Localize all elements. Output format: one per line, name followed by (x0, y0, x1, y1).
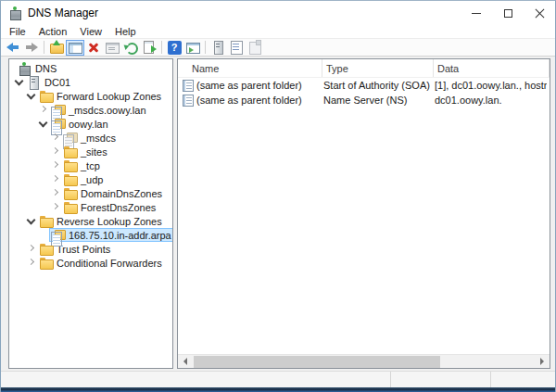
tree-item-label: _tcp (81, 160, 100, 171)
tree-item[interactable]: _udp (9, 172, 172, 186)
tree-item-label: DC01 (44, 77, 70, 88)
tree-expander-icon[interactable] (25, 90, 37, 102)
tree-expander-icon[interactable] (25, 257, 37, 269)
tree-expander-icon[interactable] (11, 62, 16, 74)
tree-item[interactable]: 168.75.10.in-addr.arpa (9, 228, 172, 242)
tree-item-label: 168.75.10.in-addr.arpa (69, 230, 171, 241)
tree-item[interactable]: Forward Lookup Zones (9, 89, 172, 103)
window-controls (461, 1, 555, 25)
tree-expander-icon[interactable] (13, 76, 25, 88)
folder-icon (39, 257, 53, 269)
tree-item[interactable]: Reverse Lookup Zones (9, 214, 172, 228)
tree-expander-icon[interactable] (37, 104, 49, 116)
tree-expander-icon[interactable] (49, 132, 61, 144)
tree-expander-icon[interactable] (49, 159, 61, 171)
window-title: DNS Manager (28, 6, 98, 19)
tree-item[interactable]: Trust Points (9, 242, 172, 256)
tree-item[interactable]: _tcp (9, 158, 172, 172)
dns-server-button[interactable] (208, 40, 227, 56)
back-arrow-icon (6, 40, 20, 55)
tree-item[interactable]: DC01 (9, 75, 172, 89)
back-button[interactable] (4, 40, 22, 56)
menu-item[interactable]: View (73, 26, 108, 37)
tree-item-label: _udp (81, 174, 103, 185)
column-header[interactable]: Name (181, 59, 322, 77)
dns-clipboard-button[interactable] (246, 40, 264, 56)
tree-item[interactable]: DomainDnsZones (9, 186, 172, 200)
dns-record-icon (183, 80, 194, 92)
tree-expander-icon[interactable] (25, 243, 37, 255)
tree-item[interactable]: DNS (9, 61, 172, 75)
column-header-label: Data (437, 63, 459, 74)
menu-item[interactable]: File (3, 26, 32, 37)
column-header[interactable]: Type (322, 59, 434, 77)
tree-expander-icon[interactable] (37, 118, 49, 130)
maximize-button[interactable] (492, 1, 524, 25)
menu-item[interactable]: Help (108, 26, 143, 37)
record-name: (same as parent folder) (196, 95, 302, 106)
column-header-label: Type (326, 63, 348, 74)
record-type: Start of Authority (SOA) (320, 80, 431, 91)
tree-item-label: _msdcs (81, 133, 116, 144)
column-header[interactable]: Data (434, 59, 550, 77)
forward-button[interactable] (22, 40, 41, 56)
(same as parent folder)-button[interactable]: (same as parent folder) Start of Authori… (178, 78, 550, 93)
tree-item[interactable]: oowy.lan (9, 117, 172, 131)
show-hide-console-tree-button[interactable] (66, 40, 84, 56)
folder-icon (39, 243, 53, 255)
record-name: (same as parent folder) (196, 80, 302, 91)
tree-item[interactable]: ForestDnsZones (9, 200, 172, 214)
record-type: Name Server (NS) (320, 95, 431, 106)
close-button[interactable] (524, 1, 555, 25)
folder-icon (63, 201, 77, 213)
tree-expander-icon[interactable] (49, 187, 61, 199)
menu-item-label: File (9, 26, 26, 37)
record-data: [1], dc01.oowy.lan., hostmas... (431, 80, 547, 91)
scroll-left-button[interactable] (178, 355, 193, 369)
tree-expander-icon[interactable] (25, 215, 37, 227)
help-button[interactable] (165, 40, 183, 56)
delete-x-icon (86, 40, 101, 55)
server-icon (27, 76, 41, 88)
help-icon (168, 41, 182, 55)
tree-item[interactable]: Conditional Forwarders (9, 256, 172, 270)
record-list-icon (229, 40, 244, 55)
minimize-button[interactable] (461, 1, 492, 25)
scrollbar-thumb[interactable] (194, 356, 440, 368)
scroll-right-button[interactable] (535, 355, 550, 369)
tree-item[interactable]: _msdcs (9, 131, 172, 145)
export-list-button[interactable] (140, 40, 158, 56)
tree-expander-icon[interactable] (49, 173, 61, 185)
(same as parent folder)-button[interactable]: (same as parent folder) Name Server (NS)… (178, 93, 550, 107)
folder-icon (63, 173, 77, 185)
refresh-button[interactable] (121, 40, 140, 56)
dns-root-icon (18, 62, 32, 74)
close-icon (535, 8, 545, 19)
tree-item-label: DomainDnsZones (81, 188, 162, 199)
console-window-button[interactable] (183, 40, 202, 56)
menu-item-label: Help (115, 26, 136, 37)
zone-icon (51, 104, 65, 116)
tree-expander-icon[interactable] (49, 145, 61, 158)
record-data: dc01.oowy.lan. (431, 95, 547, 106)
tree-item[interactable]: _msdcs.oowy.lan (9, 103, 172, 117)
tree-item[interactable]: _sites (9, 145, 172, 158)
up-one-level-button[interactable] (47, 40, 66, 56)
zone-gray-icon (63, 132, 77, 144)
zone-icon (51, 229, 65, 241)
dns-manager-app-icon (8, 6, 22, 19)
status-section (390, 372, 490, 387)
properties-button[interactable] (103, 40, 121, 56)
tree-item-label: Forward Lookup Zones (57, 91, 161, 102)
scrollbar-track[interactable] (193, 355, 535, 369)
dns-record-list-button[interactable] (227, 40, 246, 56)
folder-icon (39, 90, 53, 102)
menu-item-label: Action (39, 26, 68, 37)
status-section (490, 372, 555, 387)
tree-expander-icon[interactable] (49, 201, 61, 213)
tree-item-label: ForestDnsZones (81, 202, 156, 213)
menu-item[interactable]: Action (32, 26, 74, 37)
delete-button[interactable] (84, 40, 103, 56)
tree-expander-icon[interactable] (37, 229, 49, 241)
menu-item-label: View (80, 26, 102, 37)
